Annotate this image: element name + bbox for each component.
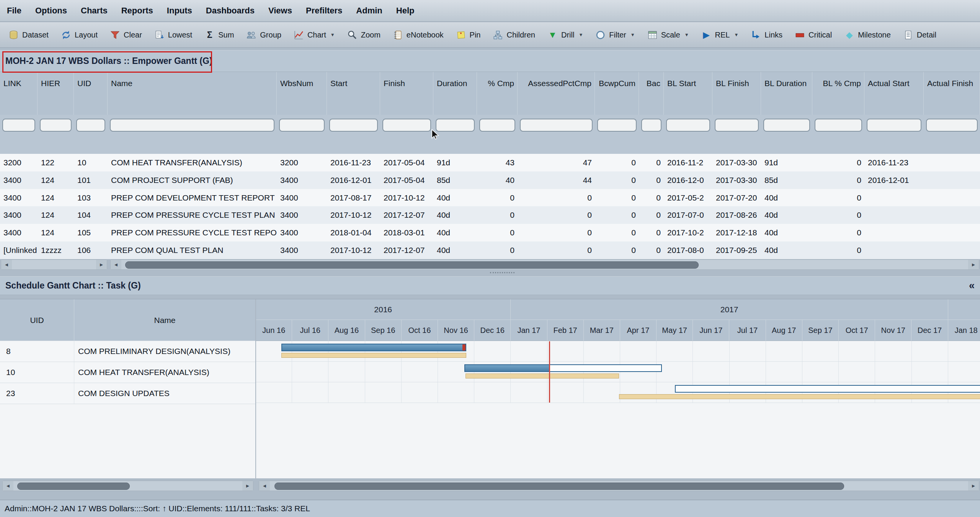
filter-input-finish[interactable] — [382, 119, 431, 132]
scroll-left-icon[interactable]: ◄ — [259, 481, 270, 491]
filter-input-bcwpcum[interactable] — [597, 119, 637, 132]
toolbar-chart-button[interactable]: Chart▼ — [287, 22, 341, 47]
scrollbar-thumb[interactable] — [125, 261, 699, 269]
toolbar-children-button[interactable]: Children — [487, 22, 541, 47]
toolbar-lowest-button[interactable]: Lowest — [148, 22, 198, 47]
toolbar-clear-button[interactable]: Clear — [104, 22, 148, 47]
gantt-left-scrollbar[interactable]: ◄ ► — [2, 481, 253, 491]
table-row[interactable]: 3400124101COM PROJECT SUPPORT (FAB)34002… — [0, 171, 980, 189]
table-row[interactable]: 3400124104PREP COM PRESSURE CYCLE TEST P… — [0, 206, 980, 224]
toolbar-filter-button[interactable]: Filter▼ — [589, 22, 641, 47]
menu-file[interactable]: File — [7, 6, 21, 16]
column-header-bl-start[interactable]: BL Start — [664, 72, 712, 115]
menu-prefilters[interactable]: Prefilters — [306, 6, 342, 16]
scrollbar-track[interactable] — [13, 481, 242, 491]
column-header-cmp[interactable]: % Cmp — [477, 72, 518, 115]
column-header-finish[interactable]: Finish — [380, 72, 433, 115]
filter-input-bl-cmp[interactable] — [815, 119, 862, 132]
toolbar-rel-button[interactable]: ▶REL▼ — [695, 22, 745, 47]
filter-input-uid[interactable] — [76, 119, 105, 132]
toolbar-milestone-button[interactable]: ◆Milestone — [838, 22, 897, 47]
grid-main-scrollbar[interactable]: ◄ ► — [110, 259, 979, 270]
toolbar-zoom-button[interactable]: Zoom — [341, 22, 387, 47]
column-header-bac[interactable]: Bac — [639, 72, 664, 115]
filter-input-duration[interactable] — [436, 119, 475, 132]
gantt-task-row[interactable]: 10COM HEAT TRANSFER(ANALYSIS) — [0, 362, 256, 383]
gantt-name-column-header[interactable]: Name — [74, 299, 256, 341]
filter-input-actual-start[interactable] — [867, 119, 921, 132]
toolbar-critical-button[interactable]: Critical — [789, 22, 838, 47]
column-header-assessedpctcmp[interactable]: AssessedPctCmp — [518, 72, 595, 115]
dropdown-caret-icon[interactable]: ▼ — [734, 32, 738, 38]
grid-frozen-scrollbar[interactable]: ◄ ► — [1, 259, 107, 270]
filter-input-wbsnum[interactable] — [279, 119, 325, 132]
menu-inputs[interactable]: Inputs — [167, 6, 192, 16]
toolbar-links-button[interactable]: Links — [745, 22, 789, 47]
menu-admin[interactable]: Admin — [356, 6, 382, 16]
scroll-right-icon[interactable]: ► — [96, 260, 107, 269]
menu-dashboards[interactable]: Dashboards — [206, 6, 255, 16]
scroll-left-icon[interactable]: ◄ — [111, 260, 121, 269]
column-header-hier[interactable]: HIER — [38, 72, 74, 115]
table-row[interactable]: 320012210COM HEAT TRANSFER(ANALYSIS)3200… — [0, 154, 980, 171]
scroll-right-icon[interactable]: ► — [242, 481, 253, 491]
filter-input-bl-start[interactable] — [666, 119, 710, 132]
filter-input-bl-duration[interactable] — [763, 119, 810, 132]
baseline-bar-uid-10[interactable] — [466, 373, 619, 378]
dropdown-caret-icon[interactable]: ▼ — [684, 32, 689, 38]
dropdown-caret-icon[interactable]: ▼ — [330, 32, 335, 38]
toolbar-pin-button[interactable]: Pin — [450, 22, 487, 47]
column-header-wbsnum[interactable]: WbsNum — [277, 72, 327, 115]
collapse-panel-icon[interactable]: « — [969, 277, 975, 295]
toolbar-drill-button[interactable]: ▼Drill▼ — [541, 22, 589, 47]
filter-input-cmp[interactable] — [479, 119, 515, 132]
dropdown-caret-icon[interactable]: ▼ — [630, 32, 635, 38]
toolbar-detail-button[interactable]: Detail — [897, 22, 942, 47]
task-bar-uid-10[interactable] — [464, 364, 662, 372]
column-header-name[interactable]: Name — [108, 72, 277, 115]
menu-help[interactable]: Help — [396, 6, 415, 16]
menu-options[interactable]: Options — [35, 6, 67, 16]
scroll-right-icon[interactable]: ► — [968, 481, 979, 491]
toolbar-sum-button[interactable]: ΣSum — [198, 22, 240, 47]
scrollbar-track[interactable] — [270, 481, 968, 491]
menu-views[interactable]: Views — [268, 6, 292, 16]
filter-input-assessedpctcmp[interactable] — [520, 119, 593, 132]
task-bar-uid-23[interactable] — [675, 385, 980, 393]
column-header-start[interactable]: Start — [327, 72, 380, 115]
toolbar-group-button[interactable]: Group — [240, 22, 287, 47]
dropdown-caret-icon[interactable]: ▼ — [578, 32, 583, 38]
panel-splitter-handle[interactable] — [490, 272, 514, 273]
baseline-bar-uid-8[interactable] — [281, 353, 467, 358]
toolbar-scale-button[interactable]: Scale▼ — [641, 22, 695, 47]
gantt-task-row[interactable]: 23COM DESIGN UPDATES — [0, 383, 256, 404]
scrollbar-thumb[interactable] — [274, 483, 844, 490]
scrollbar-thumb[interactable] — [17, 483, 130, 490]
menu-charts[interactable]: Charts — [81, 6, 108, 16]
column-header-bl-finish[interactable]: BL Finish — [712, 72, 761, 115]
scrollbar-track[interactable] — [121, 260, 968, 269]
toolbar-dataset-button[interactable]: Dataset — [2, 22, 55, 47]
filter-input-start[interactable] — [329, 119, 378, 132]
filter-input-name[interactable] — [110, 119, 274, 132]
filter-input-bac[interactable] — [641, 119, 662, 132]
toolbar-enotebook-button[interactable]: eNotebook — [387, 22, 450, 47]
filter-input-bl-finish[interactable] — [715, 119, 759, 132]
column-header-actual-finish[interactable]: Actual Finish — [924, 72, 980, 115]
filter-input-hier[interactable] — [40, 119, 72, 132]
column-header-duration[interactable]: Duration — [433, 72, 477, 115]
column-header-link[interactable]: LINK — [0, 72, 38, 115]
column-header-actual-start[interactable]: Actual Start — [864, 72, 924, 115]
scroll-right-icon[interactable]: ► — [968, 260, 979, 269]
gantt-uid-column-header[interactable]: UID — [0, 299, 74, 341]
column-header-bl-duration[interactable]: BL Duration — [761, 72, 812, 115]
column-header-bl-cmp[interactable]: BL % Cmp — [812, 72, 864, 115]
scroll-left-icon[interactable]: ◄ — [3, 481, 13, 491]
column-header-bcwpcum[interactable]: BcwpCum — [595, 72, 639, 115]
baseline-bar-uid-23[interactable] — [619, 394, 980, 399]
table-row[interactable]: 3400124105PREP COM PRESSURE CYCLE TEST R… — [0, 224, 980, 241]
scrollbar-track[interactable] — [12, 260, 96, 269]
column-header-uid[interactable]: UID — [74, 72, 108, 115]
table-row[interactable]: 3400124103PREP COM DEVELOPMENT TEST REPO… — [0, 189, 980, 207]
scroll-left-icon[interactable]: ◄ — [1, 260, 12, 269]
